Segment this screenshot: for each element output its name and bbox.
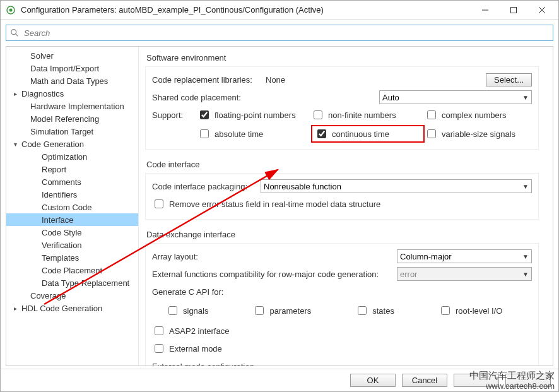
tree-arrow-icon: ▾ [14, 141, 20, 148]
tree-item-label: Data Import/Export [30, 64, 99, 73]
tree-item-label: Model Referencing [30, 114, 99, 124]
support-non-finite[interactable]: non-finite numbers [311, 109, 425, 121]
tree-item-math-and-data-types[interactable]: Math and Data Types [6, 74, 138, 87]
tree-item-label: Diagnostics [21, 89, 64, 98]
tree-item-label: Coverage [30, 291, 66, 300]
tree-item-label: Hardware Implementation [30, 102, 124, 111]
minimize-button[interactable] [471, 1, 499, 19]
close-button[interactable] [527, 1, 556, 19]
search-input[interactable] [23, 25, 549, 40]
array-layout-value: Column-major [400, 252, 452, 261]
scp-value: Auto [382, 93, 399, 102]
support-continuous-time[interactable]: continuous time [315, 128, 389, 140]
array-layout-select[interactable]: Column-major ▼ [397, 249, 532, 263]
tree-item-hardware-implementation[interactable]: Hardware Implementation [6, 100, 138, 112]
tree-item-comments[interactable]: Comments [6, 175, 138, 188]
tree-item-solver[interactable]: Solver [6, 49, 138, 62]
section-software-environment: Code replacement libraries: None Select.… [145, 66, 539, 150]
tree-item-hdl-code-generation[interactable]: ▸HDL Code Generation [6, 302, 138, 314]
tree-item-simulation-target[interactable]: Simulation Target [6, 125, 138, 138]
tree-item-optimization[interactable]: Optimization [6, 150, 138, 163]
ext-compat-value: error [400, 270, 417, 279]
maximize-button[interactable] [499, 1, 527, 19]
tree-item-label: Code Placement [42, 266, 102, 275]
chevron-down-icon: ▼ [522, 94, 529, 101]
section-data-exchange: Array layout: Column-major ▼ External fu… [145, 243, 539, 365]
remove-error-status-checkbox[interactable]: Remove error status field in real-time m… [152, 198, 380, 210]
tree-item-data-type-replacement[interactable]: Data Type Replacement [6, 276, 138, 289]
array-layout-label: Array layout: [152, 252, 397, 261]
scp-label: Shared code placement: [152, 93, 379, 102]
crl-label: Code replacement libraries: [152, 75, 266, 85]
window: Configuration Parameters: autoMBD_exampl… [0, 0, 559, 392]
tree-arrow-icon: ▸ [14, 305, 20, 312]
support-floating-point[interactable]: floating-point numbers [197, 109, 311, 121]
tree-item-label: Identifiers [42, 190, 77, 199]
tree-item-verification[interactable]: Verification [6, 239, 138, 251]
tree-item-label: HDL Code Generation [21, 304, 102, 313]
annotation-highlight: continuous time [311, 125, 425, 143]
apply-button[interactable] [505, 374, 551, 387]
window-title: Configuration Parameters: autoMBD_exampl… [21, 5, 471, 15]
tree-item-templates[interactable]: Templates [6, 251, 138, 264]
tree-item-label: Report [42, 165, 66, 174]
cancel-button[interactable]: Cancel [402, 374, 447, 387]
chevron-down-icon: ▼ [522, 253, 529, 260]
chevron-down-icon: ▼ [522, 183, 529, 190]
tree-item-code-generation[interactable]: ▾Code Generation [6, 138, 138, 150]
tree-item-report[interactable]: Report [6, 163, 138, 175]
tree-item-label: Solver [30, 51, 54, 61]
search-bar[interactable] [6, 25, 553, 41]
svg-point-6 [11, 30, 16, 35]
help-button[interactable] [454, 374, 499, 387]
tree-item-label: Custom Code [42, 203, 91, 212]
svg-point-1 [9, 8, 13, 11]
tree-arrow-icon: ▸ [14, 90, 20, 97]
capi-states[interactable]: states [355, 304, 394, 317]
tree-item-label: Verification [42, 241, 82, 250]
ext-compat-select: error ▼ [397, 267, 532, 281]
tree-item-label: Simulation Target [30, 127, 93, 136]
ext-compat-label: External functions compatibility for row… [152, 270, 397, 279]
chevron-down-icon: ▼ [522, 271, 529, 278]
capi-parameters[interactable]: parameters [252, 304, 311, 317]
tree-item-coverage[interactable]: Coverage [6, 289, 138, 302]
support-complex[interactable]: complex numbers [425, 109, 538, 121]
crl-select-button[interactable]: Select... [486, 73, 532, 86]
tree-item-identifiers[interactable]: Identifiers [6, 188, 138, 201]
external-mode-checkbox[interactable]: External mode [152, 342, 222, 355]
capi-root-io[interactable]: root-level I/O [438, 304, 502, 317]
section-software-environment-title: Software environment [145, 49, 539, 66]
content-pane[interactable]: Software environment Code replacement li… [139, 47, 553, 365]
tree-item-label: Data Type Replacement [42, 278, 129, 288]
svg-rect-3 [510, 7, 516, 13]
scp-select[interactable]: Auto ▼ [379, 90, 532, 104]
tree-item-data-import-export[interactable]: Data Import/Export [6, 62, 138, 74]
tree-item-label: Code Generation [21, 140, 84, 149]
search-icon [10, 28, 19, 37]
nav-tree[interactable]: SolverData Import/ExportMath and Data Ty… [6, 47, 139, 365]
support-label: Support: [152, 110, 197, 120]
pack-value: Nonreusable function [264, 182, 341, 191]
section-data-exchange-title: Data exchange interface [145, 226, 539, 243]
pack-label: Code interface packaging: [152, 182, 261, 191]
support-absolute-time[interactable]: absolute time [197, 128, 311, 140]
tree-item-model-referencing[interactable]: Model Referencing [6, 112, 138, 125]
asap2-checkbox[interactable]: ASAP2 interface [152, 324, 229, 337]
dialog-footer: OK Cancel 中国汽车工程师之家 www.cartech8.com [1, 369, 558, 391]
crl-value: None [266, 75, 486, 85]
support-variable-size[interactable]: variable-size signals [425, 128, 538, 140]
tree-item-code-style[interactable]: Code Style [6, 226, 138, 239]
tree-item-label: Interface [42, 215, 74, 225]
tree-item-label: Math and Data Types [30, 76, 108, 86]
ok-button[interactable]: OK [350, 374, 396, 387]
tree-item-interface[interactable]: Interface [6, 213, 138, 226]
pack-select[interactable]: Nonreusable function ▼ [261, 179, 532, 193]
tree-item-diagnostics[interactable]: ▸Diagnostics [6, 87, 138, 100]
tree-item-code-placement[interactable]: Code Placement [6, 264, 138, 276]
tree-item-label: Optimization [42, 152, 87, 162]
main-body: SolverData Import/ExportMath and Data Ty… [6, 46, 553, 366]
tree-item-label: Comments [42, 177, 81, 187]
capi-signals[interactable]: signals [166, 304, 208, 317]
tree-item-custom-code[interactable]: Custom Code [6, 201, 138, 213]
